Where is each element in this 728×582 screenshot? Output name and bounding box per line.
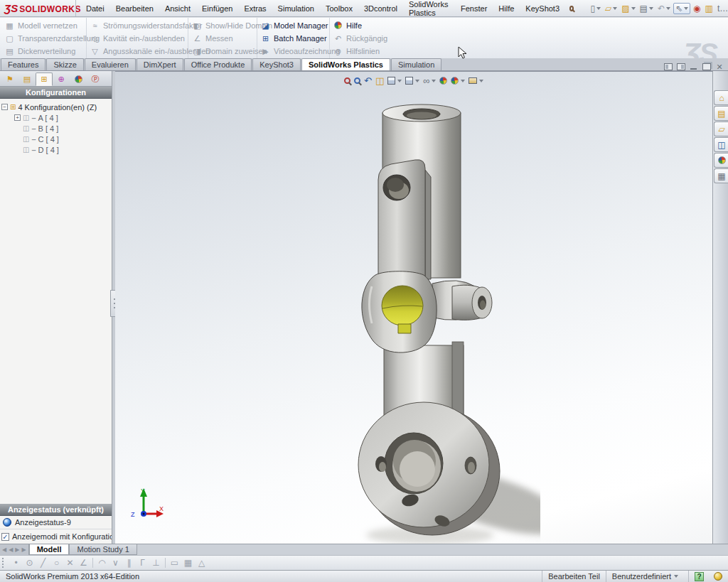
displaymanager-tab[interactable] [70,72,87,86]
menu-toolbox[interactable]: Toolbox [320,2,358,15]
solidworks-resources-tab[interactable]: ⌂ [714,90,728,105]
design-library-tab[interactable]: ▤ [714,106,728,121]
point-tool-icon[interactable]: • [9,558,23,568]
trim-tool-icon[interactable]: ✕ [63,558,77,568]
menu-hilfe[interactable]: Hilfe [493,2,520,15]
batch-manager-button[interactable]: ⊞Batch Manager [257,32,329,45]
menu-fenster[interactable]: Fenster [455,2,493,15]
display-state-item[interactable]: Anzeigestatus-9 [0,516,112,529]
first-tab-icon[interactable]: ◀ [2,546,6,553]
file-explorer-tab[interactable]: ▱ [714,122,728,136]
polygon-tool-icon[interactable]: △ [195,558,208,568]
expand-icon[interactable]: + [14,114,21,121]
featuremanager-tab[interactable]: ⚑ [1,72,18,86]
menu-solidworks-plastics[interactable]: SolidWorks Plastics [403,0,455,19]
status-help-icon[interactable]: ? [695,572,704,581]
rectangle-tool-icon[interactable]: ▭ [168,558,181,568]
dimxpertmanager-tab[interactable]: ⊕ [53,72,70,86]
menu-extras[interactable]: Extras [238,2,272,15]
last-tab-icon[interactable]: ▶ [21,546,26,553]
print-button[interactable]: ▤ [638,4,655,14]
prev-tab-icon[interactable]: ◀ [9,546,13,553]
chevron-down-icon[interactable] [674,575,678,578]
corner-tool-icon[interactable]: Γ [136,558,149,568]
checkbox-checked-icon[interactable]: ✓ [1,533,9,541]
transparency-button[interactable]: ▢Transparenzdarstellung [1,32,86,45]
model-manager-button[interactable]: ◪Model Manager [257,19,329,32]
undo-plastics-button[interactable]: ↶Rückgängig [330,32,394,45]
angle-tool-icon[interactable]: ∠ [77,558,90,568]
new-document-button[interactable]: ▯ [589,4,602,14]
tree-root-row[interactable]: − ⊞ 4 Konfiguration(en) (Z) [1,102,110,112]
custom-properties-tab[interactable]: ▦ [714,168,728,183]
video-recording-button[interactable]: ▶Videoaufzeichnung [257,45,329,58]
plastics-help-button[interactable]: Hilfe [330,19,394,32]
thickness-button[interactable]: ▤Dickenverteilung [1,45,86,58]
menu-simulation[interactable]: Simulation [272,2,320,15]
config-row-d[interactable]: ◫ – D [ 4 ] [23,144,110,155]
chevron-down-icon[interactable] [461,80,465,82]
collapse-icon[interactable]: − [1,104,8,110]
chevron-down-icon[interactable] [479,80,483,82]
right-pane-toggle-icon[interactable] [677,63,685,70]
cavity-toggle-button[interactable]: ◇Kavität ein-/ausblenden [87,32,188,45]
view-orientation-button[interactable] [387,77,402,85]
tab-office-produkte[interactable]: Office Produkte [184,58,252,70]
drag-coefficient-button[interactable]: ≈Strömungswiderstandsfaktor [87,19,188,32]
line-tool-icon[interactable]: ╱ [36,558,50,568]
chevron-down-icon[interactable] [666,7,670,10]
tab-simulation[interactable]: Simulation [391,58,441,70]
toolbar-drag-handle[interactable] [2,558,5,568]
file-properties-button[interactable]: ▥ [704,4,714,14]
tab-keyshot3[interactable]: KeyShot3 [252,58,301,70]
doc-close-icon[interactable]: ✕ [715,63,724,70]
doc-minimize-icon[interactable] [690,63,698,70]
3d-model[interactable] [313,93,540,544]
clevis-plate[interactable] [378,160,431,279]
section-view-button[interactable]: ◫ [375,75,384,86]
arc-tool-icon[interactable]: ◠ [95,558,109,568]
motion-study-tab[interactable]: Motion Study 1 [69,544,136,555]
side-boss[interactable] [432,281,492,320]
model-tab[interactable]: Modell [29,544,70,555]
status-tag-icon[interactable] [714,572,722,581]
display-style-button[interactable] [405,77,419,85]
zoom-to-area-button[interactable] [354,77,360,84]
show-hide-domain-button[interactable]: ◧Show/Hide Domain [189,19,257,32]
search-icon[interactable] [569,6,574,11]
menu-3dcontrol[interactable]: 3Dcontrol [358,2,403,15]
config-label-a[interactable]: A [ 4 ] [38,114,58,122]
config-row-a[interactable]: + ◫ – A [ 4 ] [14,112,110,123]
appearances-tab[interactable] [714,153,728,168]
menu-datei[interactable]: Datei [80,2,110,15]
config-row-b[interactable]: ◫ – B [ 4 ] [23,123,110,134]
more-options-button[interactable]: t… [716,4,728,14]
pattern-tool-icon[interactable]: ▦ [181,558,195,568]
bottom-ring[interactable] [358,402,500,535]
dimension-tool-icon[interactable]: ⊥ [149,558,163,568]
tab-skizze[interactable]: Skizze [46,58,83,70]
chevron-down-icon[interactable] [649,7,653,10]
circle-tool-icon[interactable]: ⊙ [23,558,36,568]
units-selector[interactable]: Benutzerdefiniert [612,572,671,581]
chevron-down-icon[interactable] [432,80,436,82]
undo-button[interactable]: ↶ [656,4,672,14]
next-tab-icon[interactable]: ▶ [15,546,19,553]
config-label-d[interactable]: D [ 4 ] [38,146,59,154]
mesh-model-button[interactable]: ▦Modell vernetzen [1,19,86,32]
chevron-down-icon[interactable] [613,7,617,10]
tab-features[interactable]: Features [1,58,46,70]
plastics-tab[interactable]: Ⓟ [87,72,104,86]
select-button[interactable]: ⇖ [673,3,690,14]
assign-domain-button[interactable]: ◨Domain zuweisen [189,45,257,58]
menu-einfuegen[interactable]: Einfügen [196,2,238,15]
tab-dimxpert[interactable]: DimXpert [136,58,183,70]
open-button[interactable]: ▱ [604,4,619,14]
config-label-b[interactable]: B [ 4 ] [38,124,59,133]
left-pane-toggle-icon[interactable] [664,63,673,70]
tab-solidworks-plastics[interactable]: SolidWorks Plastics [301,58,390,70]
zoom-to-fit-button[interactable] [344,77,350,84]
tree-root-label[interactable]: 4 Konfiguration(en) (Z) [18,103,97,112]
menu-keyshot3[interactable]: KeyShot3 [520,2,565,15]
runner-toggle-button[interactable]: ▽Angusskanäle ein-/ausblenden [87,45,188,58]
